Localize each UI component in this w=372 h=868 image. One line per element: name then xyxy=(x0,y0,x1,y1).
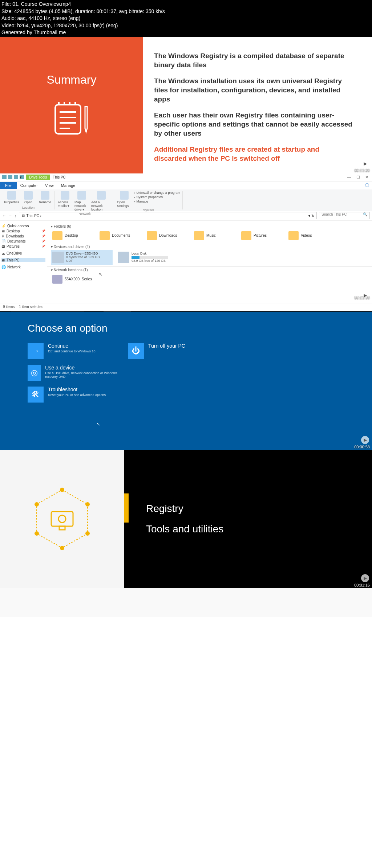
up-button[interactable]: ↑ xyxy=(15,213,17,218)
open-button[interactable]: Open xyxy=(21,191,36,205)
turnoff-option[interactable]: ⏻ Turn off your PC xyxy=(128,343,222,359)
help-icon[interactable]: ⓘ xyxy=(361,181,372,189)
access-media-button[interactable]: Access media ▾ xyxy=(58,191,72,211)
ribbon-tabs: File Computer View Manage ⓘ xyxy=(0,181,372,189)
sidebar-onedrive[interactable]: ☁ OneDrive xyxy=(1,251,45,255)
status-selected: 1 item selected xyxy=(19,305,43,310)
add-network-location-button[interactable]: Add a network location xyxy=(91,191,112,211)
folder-pictures[interactable]: Pictures xyxy=(240,230,287,241)
meta-audio: Audio: aac, 44100 Hz, stereo (eng) xyxy=(1,15,371,22)
arrow-icon: → xyxy=(28,343,44,359)
bottom-decorative-strip xyxy=(0,588,372,617)
status-bar: 9 items 1 item selected xyxy=(0,304,372,311)
summary-left-panel: Summary xyxy=(0,37,143,173)
disc-icon: ◎ xyxy=(28,365,41,381)
view-tab[interactable]: View xyxy=(41,182,57,189)
folder-desktop[interactable]: Desktop xyxy=(51,230,98,241)
computer-tab[interactable]: Computer xyxy=(17,182,41,189)
manage-tab[interactable]: Manage xyxy=(57,182,79,189)
troubleshoot-option[interactable]: 🛠 TroubleshootReset your PC or see advan… xyxy=(28,387,122,403)
notepad-icon xyxy=(52,101,92,137)
system-list: Uninstall or change a program System pro… xyxy=(134,191,180,208)
map-drive-button[interactable]: Map network drive ▾ xyxy=(74,191,89,211)
sidebar-this-pc[interactable]: 🖥 This PC xyxy=(1,258,45,262)
meta-video: Video: h264, yuv420p, 1280x720, 30.00 fp… xyxy=(1,22,371,29)
sidebar-network[interactable]: 🌐 Network xyxy=(1,265,45,269)
registry-subheading: Tools and utilities xyxy=(146,523,372,535)
svg-rect-13 xyxy=(59,526,65,530)
file-tab[interactable]: File xyxy=(0,182,17,189)
summary-p4: Additional Registry files are created at… xyxy=(154,145,354,163)
back-button[interactable]: ← xyxy=(2,213,6,218)
folders-section-header[interactable]: ▾ Folders (6) xyxy=(51,224,368,228)
system-group-label: System xyxy=(143,208,154,212)
cursor-icon: ↖ xyxy=(97,421,100,427)
tools-icon: 🛠 xyxy=(28,387,44,403)
rename-button[interactable]: Rename xyxy=(38,191,52,205)
timestamp-2: 00:00:38 xyxy=(354,296,370,300)
svg-point-6 xyxy=(60,488,64,492)
metadata-header: File: 01. Course Overview.mp4 Size: 4248… xyxy=(0,0,372,37)
winre-screen: Choose an option → ContinueExit and cont… xyxy=(0,312,372,450)
svg-point-14 xyxy=(58,515,66,523)
status-items: 9 items xyxy=(3,305,15,310)
play-icon[interactable]: ▶ xyxy=(361,160,369,168)
sidebar-documents[interactable]: 📄 Documents📌 xyxy=(1,239,45,243)
winre-title: Choose an option xyxy=(28,323,344,334)
sidebar-desktop[interactable]: 🖥 Desktop📌 xyxy=(1,229,45,233)
disk-icon xyxy=(118,252,129,263)
summary-content: The Windows Registry is a compiled datab… xyxy=(143,37,372,173)
sidebar-quick-access[interactable]: ⚡ Quick access xyxy=(1,224,45,228)
open-settings-button[interactable]: Open Settings xyxy=(117,191,132,208)
minimize-button[interactable]: — xyxy=(347,175,351,180)
maximize-button[interactable]: ☐ xyxy=(356,175,360,180)
summary-p3: Each user has their own Registry files c… xyxy=(154,111,354,138)
devices-section-header[interactable]: ▾ Devices and drives (2) xyxy=(47,243,372,249)
manage-button[interactable]: Manage xyxy=(134,200,180,203)
window-controls: — ☐ ✕ xyxy=(347,175,372,180)
svg-rect-12 xyxy=(51,512,73,526)
power-icon: ⏻ xyxy=(128,343,144,359)
summary-p2: The Windows installation uses its own un… xyxy=(154,77,354,104)
address-bar-row: ← → ↑ 🖥 This PC ›▾ ↻ Search This PC🔍 xyxy=(0,211,372,221)
window-title: This PC xyxy=(50,175,69,180)
ribbon: Properties Open Rename Location Access m… xyxy=(0,189,372,211)
svg-point-7 xyxy=(85,502,90,507)
play-icon[interactable]: ▶ xyxy=(361,574,369,582)
local-disk[interactable]: Local Disk98.9 GB free of 126 GB xyxy=(116,250,178,265)
network-section-header[interactable]: ▾ Network locations (1) xyxy=(47,266,372,272)
use-device-option[interactable]: ◎ Use a deviceUse a USB drive, network c… xyxy=(28,365,122,381)
timestamp-3: 00:00:58 xyxy=(354,445,370,449)
uninstall-button[interactable]: Uninstall or change a program xyxy=(134,191,180,195)
timestamp-1: 00:00:20 xyxy=(354,168,370,173)
folder-documents[interactable]: Documents xyxy=(98,230,145,241)
folder-videos[interactable]: Videos xyxy=(287,230,334,241)
summary-p1: The Windows Registry is a compiled datab… xyxy=(154,52,354,69)
folder-music[interactable]: Music xyxy=(193,230,240,241)
disc-icon xyxy=(52,252,64,263)
forward-button[interactable]: → xyxy=(8,213,12,218)
sidebar-pictures[interactable]: 🖼 Pictures📌 xyxy=(1,244,45,248)
continue-option[interactable]: → ContinueExit and continue to Windows 1… xyxy=(28,343,122,359)
svg-point-8 xyxy=(85,531,90,536)
svg-point-10 xyxy=(35,531,39,536)
cursor-icon: ↖ xyxy=(99,272,102,277)
sidebar-downloads[interactable]: ⬇ Downloads📌 xyxy=(1,234,45,238)
close-button[interactable]: ✕ xyxy=(365,175,368,180)
summary-title: Summary xyxy=(47,73,97,87)
play-icon[interactable]: ▶ xyxy=(361,436,369,444)
system-properties-button[interactable]: System properties xyxy=(134,195,180,199)
properties-button[interactable]: Properties xyxy=(4,191,19,205)
network-gear-icon xyxy=(29,486,95,552)
drive-tools-tab[interactable]: Drive Tools xyxy=(26,175,50,180)
location-group-label: Location xyxy=(22,206,35,209)
address-bar[interactable]: 🖥 This PC ›▾ ↻ xyxy=(19,212,317,219)
svg-rect-0 xyxy=(55,105,81,134)
registry-heading: Registry xyxy=(146,503,372,515)
dvd-drive[interactable]: DVD Drive - ESD-ISO0 bytes free of 3.39 … xyxy=(51,250,113,265)
search-box[interactable]: Search This PC🔍 xyxy=(319,212,370,219)
svg-point-11 xyxy=(35,502,39,507)
folder-downloads[interactable]: Downloads xyxy=(145,230,193,241)
network-device[interactable]: 55AX900_Series xyxy=(51,273,98,285)
content-pane: ▾ Folders (6) Desktop Documents Download… xyxy=(47,221,372,304)
